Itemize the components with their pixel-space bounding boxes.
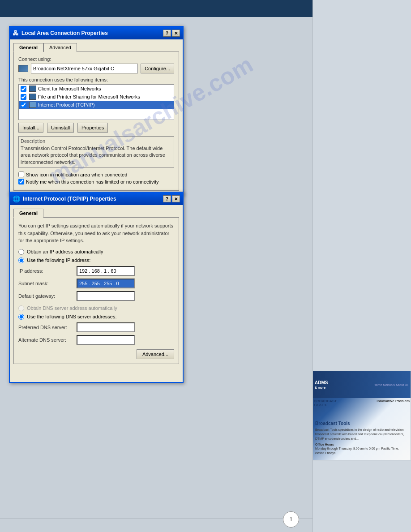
radio-obtain-ip: Obtain an IP address automatically: [18, 249, 174, 255]
dialog2-title-text: Internet Protocol (TCP/IP) Properties: [23, 196, 163, 202]
install-button[interactable]: Install...: [18, 123, 43, 133]
ad-nav: Home Manuals About BT: [374, 383, 409, 386]
checkbox-notify[interactable]: [18, 179, 24, 184]
adapter-row: Broadcom NetXtreme 57xx Gigabit C Config…: [18, 64, 174, 73]
properties-button[interactable]: Properties: [77, 123, 108, 133]
description-text: Transmission Control Protocol/Internet P…: [21, 145, 172, 166]
dialog2-title-buttons: ? ✕: [163, 195, 180, 202]
dialog1-body: General Advanced Connect using: Broadcom…: [10, 39, 183, 194]
configure-button[interactable]: Configure...: [141, 64, 174, 73]
ad-brand-top: ADMS: [315, 380, 328, 386]
bottom-bar: [0, 519, 313, 532]
sharing-icon: [29, 94, 36, 100]
ad-nav-manuals: Manuals: [383, 383, 394, 386]
dialog1-titlebar: 🖧 Local Area Connection Properties ? ✕: [10, 27, 183, 39]
dialog2-close-button[interactable]: ✕: [172, 195, 180, 202]
ad-nav-home: Home: [374, 383, 382, 386]
ip-address-row: IP address: 192 . 168 . 1 . 60: [18, 266, 174, 276]
radio-use-ip-label: Use the following IP address:: [27, 257, 90, 263]
dialog2-help-button[interactable]: ?: [163, 195, 171, 202]
ad-header: ADMS & more Home Manuals About BT: [313, 371, 411, 398]
items-label: This connection uses the following items…: [18, 77, 174, 82]
checkbox-client[interactable]: [21, 86, 26, 92]
main-content: manualsarchive.com 🖧 Local Area Connecti…: [0, 17, 313, 519]
ad-broadcast-tools: BROADCASTt o o l s: [314, 399, 337, 407]
ip-address-label: IP address:: [18, 268, 77, 274]
preferred-dns-label: Preferred DNS server:: [18, 325, 77, 330]
radio-use-ip: Use the following IP address:: [18, 257, 174, 263]
dialog1-title-text: Local Area Connection Properties: [21, 30, 163, 36]
ad-middle: BROADCASTt o o l s Innovative Problem: [314, 399, 410, 407]
ad-innovative: Innovative Problem: [377, 399, 410, 407]
tcp-label: Internet Protocol (TCP/IP): [38, 102, 95, 107]
checkbox-sharing[interactable]: [21, 94, 26, 100]
subnet-mask-row: Subnet mask: 255 . 255 . 255 . 0: [18, 279, 174, 288]
checkbox-show-icon-label: Show icon in notification area when conn…: [26, 172, 127, 177]
radio-obtain-ip-input[interactable]: [18, 249, 24, 255]
radio-obtain-dns-input[interactable]: [18, 305, 24, 311]
sidebar-ad: ADMS & more Home Manuals About BT BROADC…: [313, 371, 411, 460]
ad-office-hours-text: Monday through Thursday, 8:00 am to 5:00…: [315, 446, 408, 455]
subnet-mask-input[interactable]: 255 . 255 . 255 . 0: [77, 279, 135, 288]
ad-text-block: Broadcast Tools Broadcast Tools speciali…: [315, 420, 408, 455]
ad-header-text: ADMS & more: [315, 380, 328, 390]
tab-general-tcp[interactable]: General: [13, 209, 43, 218]
items-list: Client for Microsoft Networks File and P…: [18, 84, 174, 120]
dialog1-tab-content: Connect using: Broadcom NetXtreme 57xx G…: [13, 51, 179, 191]
ad-title: Broadcast Tools: [315, 420, 408, 427]
dialog2-tab-content: You can get IP settings assigned automat…: [13, 217, 179, 364]
default-gateway-input[interactable]: [77, 291, 135, 301]
radio-use-dns: Use the following DNS server addresses:: [18, 314, 174, 320]
alternate-dns-row: Alternate DNS server:: [18, 335, 174, 345]
right-sidebar: ADMS & more Home Manuals About BT BROADC…: [313, 0, 411, 532]
intro-text: You can get IP settings assigned automat…: [18, 222, 174, 245]
tab-advanced[interactable]: Advanced: [43, 43, 77, 52]
radio-obtain-dns-label: Obtain DNS server address automatically: [27, 305, 117, 311]
alternate-dns-label: Alternate DNS server:: [18, 337, 77, 343]
alternate-dns-input[interactable]: [77, 335, 135, 345]
preferred-dns-row: Preferred DNS server:: [18, 322, 174, 332]
radio-obtain-dns: Obtain DNS server address automatically: [18, 305, 174, 311]
uninstall-button[interactable]: Uninstall: [47, 123, 74, 133]
checkbox-notify-label: Notify me when this connection has limit…: [26, 179, 159, 184]
radio-obtain-ip-label: Obtain an IP address automatically: [27, 249, 103, 254]
preferred-dns-input[interactable]: [77, 322, 135, 332]
list-item-client[interactable]: Client for Microsoft Networks: [19, 85, 174, 93]
description-group: Description Transmission Control Protoco…: [18, 136, 174, 168]
ad-description: Broadcast Tools specializes in the desig…: [315, 428, 408, 441]
dialog1-close-button[interactable]: ✕: [172, 30, 180, 37]
dialog1-btn-row: Install... Uninstall Properties: [18, 123, 174, 133]
dialog2-body: General You can get IP settings assigned…: [10, 205, 183, 382]
subnet-mask-label: Subnet mask:: [18, 281, 77, 286]
radio-use-dns-input[interactable]: [18, 314, 24, 320]
dialog2-titlebar: 🌐 Internet Protocol (TCP/IP) Properties …: [10, 193, 183, 205]
dialog-local-area-connection: 🖧 Local Area Connection Properties ? ✕ G…: [9, 26, 184, 195]
page-number: 1: [283, 511, 299, 528]
dialog2-tabs: General: [13, 209, 179, 218]
list-item-sharing[interactable]: File and Printer Sharing for Microsoft N…: [19, 93, 174, 101]
radio-use-ip-input[interactable]: [18, 257, 24, 263]
dialog1-tabs: General Advanced: [13, 43, 179, 52]
adapter-icon: [18, 65, 28, 72]
checkbox-show-icon[interactable]: [18, 172, 24, 177]
ad-nav-about: About BT: [396, 383, 409, 386]
adapter-name: Broadcom NetXtreme 57xx Gigabit C: [31, 64, 138, 73]
dialog1-title-icon: 🖧: [13, 30, 19, 37]
advanced-button[interactable]: Advanced...: [137, 349, 174, 359]
client-icon: [29, 86, 36, 92]
ad-office-hours-label: Office Hours: [315, 442, 408, 447]
dialog1-title-buttons: ? ✕: [163, 30, 180, 37]
dialog1-help-button[interactable]: ?: [163, 30, 171, 37]
radio-use-dns-label: Use the following DNS server addresses:: [27, 314, 117, 319]
connect-using-label: Connect using:: [18, 56, 174, 62]
ip-address-input[interactable]: 192 . 168 . 1 . 60: [77, 266, 135, 276]
list-item-tcp[interactable]: Internet Protocol (TCP/IP): [19, 101, 174, 109]
tcp-icon: [29, 102, 36, 108]
ad-brand-sub: & more: [315, 386, 328, 390]
dialog2-title-icon: 🌐: [13, 195, 20, 202]
checkbox-tcp[interactable]: [21, 102, 26, 108]
description-label: Description: [21, 138, 172, 144]
default-gateway-label: Default gateway:: [18, 293, 77, 299]
default-gateway-row: Default gateway:: [18, 291, 174, 301]
tab-general[interactable]: General: [13, 43, 43, 52]
